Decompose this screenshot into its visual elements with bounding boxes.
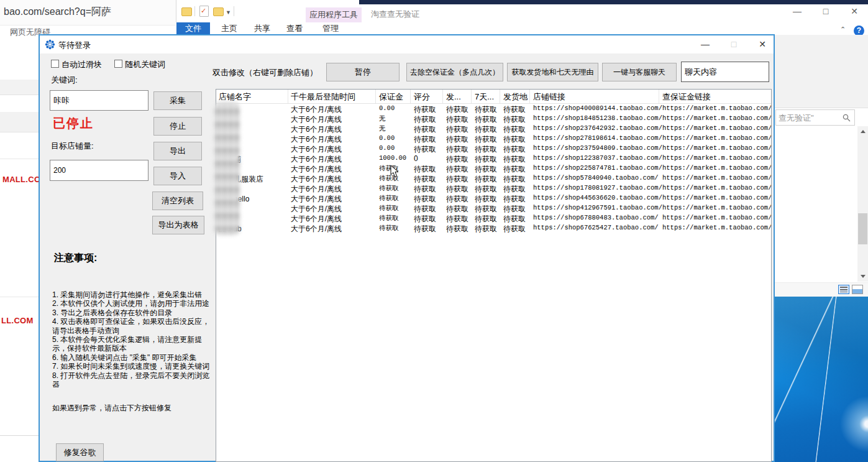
cell-seven_day: 待获取: [475, 154, 501, 165]
table-row[interactable]: 大于6个月/离线0.00待获取待获取待获取待获取https://shop2375…: [216, 144, 771, 154]
auto-slider-checkbox[interactable]: [51, 60, 59, 68]
tab-home[interactable]: 主页: [214, 22, 244, 35]
cell-seven_day: 待获取: [475, 174, 501, 185]
get-shipping-button[interactable]: 获取发货地和七天无理由: [507, 63, 598, 81]
cell-deposit: 待获取: [379, 184, 413, 193]
table-row[interactable]: 咔咔大于6个月/离线无待获取待获取待获取待获取https://shop18485…: [216, 114, 771, 124]
repair-chrome-button[interactable]: 修复谷歌: [56, 443, 104, 461]
scrollbar[interactable]: [857, 126, 868, 282]
cell-shipping: 待获取: [446, 104, 473, 115]
divider: [0, 297, 39, 297]
explorer-search-input[interactable]: [777, 111, 842, 125]
table-row[interactable]: 小店hello大于6个月/离线待获取待获取待获取待获取待获取https://sh…: [216, 194, 771, 204]
table-row[interactable]: 贝婴儿服装店大于6个月/离线待获取待获取待获取待获取待获取https://sho…: [216, 174, 771, 184]
keyword-input-box[interactable]: [50, 90, 148, 111]
tab-manage[interactable]: 管理: [313, 22, 349, 35]
stop-button[interactable]: 停止: [153, 117, 202, 136]
table-row[interactable]: 饰店铺大于6个月/离线1000.000待获取待获取待获取https://shop…: [216, 154, 771, 164]
cell-seven_day: 待获取: [475, 164, 501, 175]
cell-rating: 待获取: [414, 194, 444, 205]
column-header-ship_from[interactable]: 发货地: [503, 91, 528, 103]
export-button[interactable]: 导出: [153, 142, 202, 160]
browser-address-url[interactable]: bao.com/search?q=阿萨: [4, 6, 111, 19]
cell-deposit: 0.00: [379, 134, 413, 142]
blurred-shop-names: [214, 102, 240, 235]
cell-rating: 待获取: [414, 224, 444, 234]
thumbnail-view-icon[interactable]: [852, 285, 863, 294]
column-header-name[interactable]: 店铺名字: [219, 91, 251, 103]
cell-shipping: 待获取: [446, 214, 473, 224]
chat-content-box[interactable]: [681, 62, 769, 82]
table-row[interactable]: 手工大于6个月/离线0.00待获取待获取待获取待获取https://shop40…: [216, 104, 771, 114]
column-separator: [471, 90, 472, 103]
cell-rating: 待获取: [414, 104, 444, 115]
cell-check_link: https://market.m.taobao.com/a: [662, 124, 770, 132]
explorer-maximize-button[interactable]: □: [816, 4, 835, 19]
dialog-close-button[interactable]: ✕: [752, 37, 773, 52]
column-header-shipping[interactable]: 发...: [446, 91, 461, 103]
explorer-statusbar: [775, 282, 868, 297]
keyword-input[interactable]: [52, 92, 147, 109]
column-header-check_link[interactable]: 查保证金链接: [662, 91, 711, 103]
cell-rating: 待获取: [414, 214, 444, 224]
cell-ship_from: 待获取: [503, 164, 531, 175]
explorer-minimize-button[interactable]: —: [788, 4, 806, 19]
pause-button[interactable]: 暂停: [326, 63, 400, 81]
remove-empty-deposit-button[interactable]: 去除空保证金（多点几次）: [406, 63, 503, 81]
random-keyword-checkbox[interactable]: [114, 60, 122, 68]
cell-deposit: 待获取: [379, 174, 413, 183]
cell-check_link: https://market.m.taobao.com/a: [662, 174, 770, 182]
search-icon[interactable]: [843, 114, 851, 122]
scroll-up-icon[interactable]: [857, 126, 868, 137]
cell-deposit: 待获取: [379, 164, 413, 173]
tab-file[interactable]: 文件: [176, 22, 210, 35]
cell-shop_link: https://shop278198614.taobao.com/: [533, 134, 660, 142]
target-shop-input[interactable]: [52, 162, 147, 179]
table-row[interactable]: 品Club大于6个月/离线待获取待获取待获取待获取待获取https://shop…: [216, 224, 771, 234]
table-row[interactable]: 童品大于6个月/离线待获取待获取待获取待获取待获取https://shop678…: [216, 214, 771, 224]
import-button[interactable]: 导入: [153, 167, 202, 185]
explorer-close-button[interactable]: ✕: [845, 4, 864, 19]
divider: [0, 159, 39, 159]
cell-login: 大于6个月/离线: [291, 164, 377, 175]
ribbon-collapse-icon[interactable]: ⌃: [840, 25, 846, 34]
properties-icon[interactable]: ✓: [199, 6, 209, 17]
table-row[interactable]: 姐大于6个月/离线待获取待获取待获取待获取待获取https://shop2258…: [216, 164, 771, 174]
column-header-seven_day[interactable]: 7天...: [475, 91, 494, 103]
dialog-title: 等待登录: [58, 40, 91, 51]
cell-deposit: 0.00: [379, 144, 413, 152]
explorer-search-box[interactable]: [775, 109, 855, 126]
cell-shop_link: https://shop400089144.taobao.com/: [533, 104, 660, 112]
table-row[interactable]: 姐妹大于6个月/离线无待获取待获取待获取待获取https://shop23764…: [216, 124, 771, 134]
scrollbar-thumb[interactable]: [858, 213, 867, 244]
scroll-down-icon[interactable]: [857, 271, 868, 282]
collect-button[interactable]: 采集: [153, 91, 202, 110]
cell-rating: 待获取: [414, 174, 444, 185]
dialog-maximize-button[interactable]: □: [723, 37, 744, 52]
tab-view[interactable]: 查看: [280, 22, 309, 35]
chat-content-input[interactable]: [683, 63, 768, 80]
cell-login: 大于6个月/离线: [291, 134, 377, 145]
table-row[interactable]: 大于6个月/离线待获取待获取待获取待获取待获取https://shop41296…: [216, 204, 771, 214]
export-as-table-button[interactable]: 导出为表格: [152, 216, 204, 234]
folder-icon[interactable]: [181, 7, 192, 16]
tab-share[interactable]: 共享: [247, 22, 277, 35]
target-shop-input-box[interactable]: [50, 160, 148, 181]
chevron-down-icon[interactable]: ▼: [226, 9, 231, 16]
tmall-logo-fragment: LL.COM: [1, 316, 34, 325]
table-row[interactable]: 店大于6个月/离线待获取待获取待获取待获取待获取https://shop1780…: [216, 184, 771, 194]
column-header-deposit[interactable]: 保证金: [379, 91, 403, 103]
browser-content-band: [0, 112, 39, 132]
table-row[interactable]: 咔大于6个月/离线0.00待获取待获取待获取待获取https://shop278…: [216, 134, 771, 144]
waiting-login-dialog: 等待登录 — □ ✕ 自动过滑块 随机关键词 关键词: 采集 已停止 停止 目标…: [39, 34, 775, 462]
cell-deposit: 1000.00: [379, 154, 413, 162]
clear-list-button[interactable]: 清空列表: [152, 192, 203, 210]
app-tools-badge: 应用程序工具: [306, 7, 362, 22]
column-header-shop_link[interactable]: 店铺链接: [533, 91, 565, 103]
column-header-rating[interactable]: 评分: [414, 91, 430, 103]
details-view-icon[interactable]: [838, 285, 849, 294]
column-header-login[interactable]: 千牛最后登陆时间: [291, 91, 355, 103]
chat-service-button[interactable]: 一键与客服聊天: [602, 63, 677, 81]
dialog-minimize-button[interactable]: —: [695, 37, 716, 52]
folder-icon[interactable]: [213, 7, 224, 16]
